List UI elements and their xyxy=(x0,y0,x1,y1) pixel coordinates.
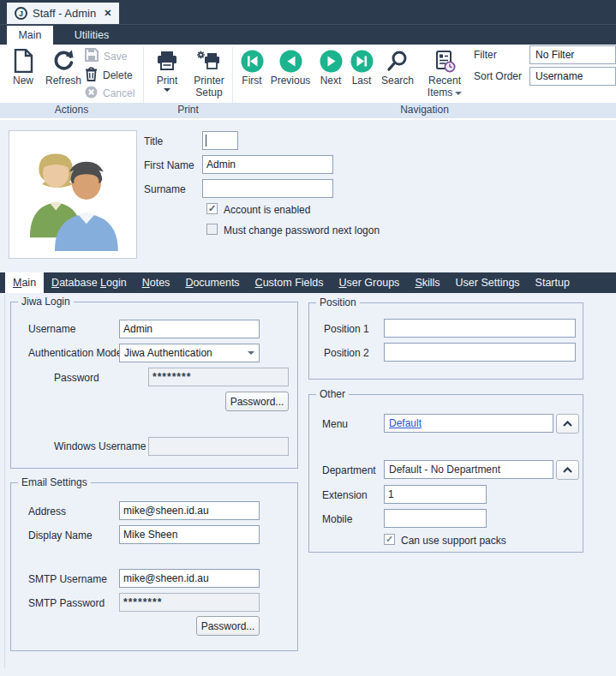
two-people-icon xyxy=(16,138,129,251)
tab-documents[interactable]: Documents xyxy=(177,272,247,293)
printer-setup-label-2: Setup xyxy=(195,87,222,99)
recent-items-icon xyxy=(434,47,456,75)
menu-link[interactable]: Default xyxy=(389,417,422,429)
nav-previous-button[interactable]: Previous xyxy=(268,47,313,87)
nav-next-button[interactable]: Next xyxy=(316,47,345,87)
smtp-username-input[interactable] xyxy=(119,569,260,588)
smtp-password-input xyxy=(119,593,260,612)
surname-label: Surname xyxy=(144,183,186,195)
print-icon xyxy=(156,47,178,75)
refresh-label: Refresh xyxy=(45,75,81,87)
email-settings-caption: Email Settings xyxy=(18,476,91,488)
refresh-icon xyxy=(52,47,75,75)
tab-notes[interactable]: Notes xyxy=(135,272,178,293)
support-packs-label: Can use support packs xyxy=(401,535,506,547)
menu-field[interactable]: Default xyxy=(384,414,553,433)
username-input[interactable] xyxy=(119,320,260,338)
account-enabled-checkbox[interactable]: ✓ xyxy=(206,203,218,214)
document-tab-staff-admin[interactable]: J Staff - Admin ✕ xyxy=(7,3,119,24)
tab-skills[interactable]: Skills xyxy=(407,272,447,293)
username-label: Username xyxy=(28,323,75,335)
jiwa-logo-icon: J xyxy=(15,7,27,20)
recent-items-button[interactable]: Recent Items xyxy=(423,47,466,99)
search-button[interactable]: Search xyxy=(379,47,416,87)
recent-items-label-1: Recent xyxy=(428,75,461,87)
authentication-mode-combobox[interactable]: Jiwa Authentication xyxy=(119,344,260,362)
nav-next-label: Next xyxy=(320,75,342,87)
text-caret xyxy=(206,135,206,147)
other-caption: Other xyxy=(316,388,349,400)
nav-last-icon xyxy=(350,47,374,75)
header-divider xyxy=(0,24,616,25)
recent-items-caret-icon xyxy=(455,92,462,95)
cancel-label: Cancel xyxy=(103,87,135,99)
cancel-button[interactable]: Cancel xyxy=(85,86,135,101)
nav-last-button[interactable]: Last xyxy=(349,47,374,87)
first-name-input[interactable] xyxy=(202,155,333,174)
close-icon[interactable]: ✕ xyxy=(104,8,111,19)
filter-combobox[interactable]: No Filter xyxy=(529,45,616,64)
printer-setup-button[interactable]: Printer Setup xyxy=(188,47,230,99)
nav-last-label: Last xyxy=(352,75,372,87)
print-button[interactable]: Print xyxy=(149,47,185,92)
department-value: Default - No Department xyxy=(389,464,500,476)
menu-expand-button[interactable] xyxy=(556,414,579,434)
print-label: Print xyxy=(157,75,178,87)
position-caption: Position xyxy=(316,296,360,308)
jiwa-password-button[interactable]: Password... xyxy=(225,392,289,411)
refresh-button[interactable]: Refresh xyxy=(41,47,86,87)
password-label: Password xyxy=(54,372,99,384)
tab-user-groups[interactable]: User Groups xyxy=(332,272,408,293)
extension-label: Extension xyxy=(322,489,368,501)
surname-input[interactable] xyxy=(202,179,333,198)
ribbon-tab-main[interactable]: Main xyxy=(7,26,53,45)
smtp-password-button[interactable]: Password... xyxy=(196,616,260,636)
tab-startup[interactable]: Startup xyxy=(528,272,577,293)
address-input[interactable] xyxy=(119,501,260,520)
printer-setup-label-1: Printer xyxy=(194,75,224,87)
tab-database-login[interactable]: Database Login xyxy=(44,272,135,293)
title-input[interactable] xyxy=(202,131,238,150)
sort-order-value: Username xyxy=(535,70,583,82)
save-button[interactable]: Save xyxy=(85,48,127,64)
nav-first-button[interactable]: First xyxy=(238,47,266,87)
tab-user-settings[interactable]: User Settings xyxy=(448,272,528,293)
ribbon-tab-utilities[interactable]: Utilities xyxy=(55,26,129,45)
authentication-mode-value: Jiwa Authentication xyxy=(124,347,212,359)
title-bar: J Staff - Admin ✕ Main Utilities xyxy=(0,0,616,45)
checkmark-icon: ✓ xyxy=(208,204,216,213)
search-label: Search xyxy=(381,75,414,87)
position-group: Position Position 1 Position 2 xyxy=(308,302,583,380)
menu-label: Menu xyxy=(322,418,348,430)
windows-username-label: Windows Username xyxy=(54,440,146,452)
position-1-input[interactable] xyxy=(384,319,576,338)
print-group-caption: Print xyxy=(144,104,232,116)
mobile-input[interactable] xyxy=(384,509,487,528)
support-packs-checkbox[interactable]: ✓ xyxy=(384,534,395,545)
windows-username-input xyxy=(148,437,289,456)
display-name-input[interactable] xyxy=(119,525,260,544)
checkmark-icon: ✓ xyxy=(386,535,393,544)
must-change-password-checkbox[interactable] xyxy=(206,224,218,235)
ribbon-tab-main-label: Main xyxy=(18,29,41,41)
sort-order-combobox[interactable]: Username xyxy=(529,67,616,86)
smtp-password-label: SMTP Password xyxy=(28,597,105,609)
filter-label: Filter xyxy=(474,49,497,61)
title-label: Title xyxy=(144,135,163,147)
department-expand-button[interactable] xyxy=(556,460,579,480)
new-button[interactable]: New xyxy=(7,47,39,87)
email-settings-group: Email Settings Address Display Name SMTP… xyxy=(10,482,298,651)
tab-custom-fields[interactable]: Custom Fields xyxy=(248,272,332,293)
nav-previous-label: Previous xyxy=(271,75,311,87)
nav-previous-icon xyxy=(279,47,302,75)
department-label: Department xyxy=(322,464,376,476)
jiwa-login-group: Jiwa Login Username Authentication Mode … xyxy=(10,302,298,469)
recent-items-label-2: Items xyxy=(428,87,452,99)
delete-button[interactable]: Delete xyxy=(85,67,133,84)
tab-main[interactable]: Main xyxy=(5,272,44,293)
position-2-input[interactable] xyxy=(384,343,576,362)
extension-input[interactable] xyxy=(384,485,487,504)
department-field[interactable]: Default - No Department xyxy=(384,460,553,479)
page-tab-strip: Main Database Login Notes Documents Cust… xyxy=(0,272,616,293)
staff-photo[interactable] xyxy=(9,130,137,259)
